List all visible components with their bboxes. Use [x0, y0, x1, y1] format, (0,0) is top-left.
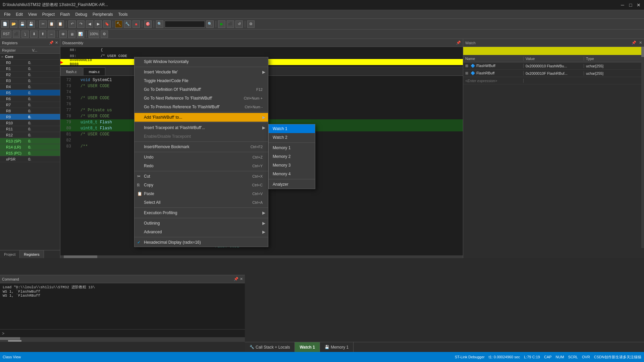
ctx-go-to-next-ref[interactable]: Go To Next Reference To 'FlashWBuff' Ctr…: [135, 94, 268, 103]
ctx-toggle-header[interactable]: Toggle Header/Code File: [135, 76, 268, 85]
subm-memory1[interactable]: Memory 1: [269, 143, 315, 152]
command-hscroll[interactable]: [0, 337, 245, 340]
reg-row-r10[interactable]: R10 0.: [0, 120, 60, 126]
reg-row-r14[interactable]: R14 (LR) 0.: [0, 144, 60, 150]
watch-expand-flashrbuff[interactable]: ⊞: [465, 71, 468, 75]
tb-save-all[interactable]: 💾: [28, 20, 35, 28]
tb2-watch[interactable]: 👁: [59, 31, 67, 38]
subm-analyzer[interactable]: Analyzer: [269, 180, 315, 189]
tb-target-options[interactable]: 🎯: [144, 20, 152, 28]
tab-project[interactable]: Project: [0, 250, 20, 258]
tb2-rst[interactable]: RST: [1, 31, 11, 38]
watch-row-flashwbuff[interactable]: ⊞ 🔷 FlashWBuff 0x20000010 FlashWBu... uc…: [463, 62, 644, 70]
ctx-advanced[interactable]: Advanced ▶: [135, 228, 268, 236]
menu-project[interactable]: Project: [40, 11, 57, 17]
watch-vscroll[interactable]: [641, 47, 644, 248]
btab-call-stack[interactable]: 🔧 Call Stack + Locals: [245, 342, 295, 352]
ctx-outlining[interactable]: Outlining ▶: [135, 219, 268, 228]
ctx-cut[interactable]: ✂ Cut Ctrl+X: [135, 172, 268, 181]
reg-expand-core[interactable]: −: [1, 55, 3, 59]
menu-view[interactable]: View: [25, 11, 40, 17]
reg-row-r2[interactable]: R2 0.: [0, 72, 60, 78]
reg-row-r1[interactable]: R1 0.: [0, 66, 60, 72]
menu-file[interactable]: File: [1, 11, 13, 17]
tab-registers[interactable]: Registers: [20, 250, 44, 258]
ctx-insert-include[interactable]: Insert '#include file' ▶: [135, 68, 268, 76]
ctx-execution-profiling[interactable]: Execution Profiling ▶: [135, 208, 268, 217]
reg-row-r6[interactable]: R6 0.: [0, 96, 60, 102]
reg-row-xpsr[interactable]: xPSR 0.: [0, 156, 60, 162]
reg-row-r5[interactable]: R5 0.: [0, 90, 60, 96]
tab-main-c[interactable]: main.c: [83, 67, 105, 75]
reg-row-r11[interactable]: R11 0.: [0, 126, 60, 132]
subm-memory4[interactable]: Memory 4: [269, 170, 315, 178]
tb2-run-to[interactable]: →: [48, 31, 55, 38]
command-pin-icon[interactable]: 📌: [234, 277, 238, 281]
menu-edit[interactable]: Edit: [13, 11, 25, 17]
btab-memory1[interactable]: 💾 Memory 1: [320, 342, 354, 352]
tb-stop[interactable]: ■: [132, 20, 140, 28]
subm-watch2[interactable]: Watch 2: [269, 133, 315, 142]
watch-pin-icon[interactable]: 📌: [632, 41, 636, 45]
tb-redo[interactable]: ↷: [77, 20, 85, 28]
tb-restart[interactable]: ↺: [235, 20, 243, 28]
btab-watch1[interactable]: Watch 1: [295, 342, 320, 352]
tb-bookmark[interactable]: 🔖: [103, 20, 111, 28]
reg-row-r0[interactable]: R0 0.: [0, 60, 60, 66]
tb2-step-over[interactable]: ⤵: [21, 31, 29, 38]
menu-tools[interactable]: Tools: [116, 11, 130, 17]
tb2-mem[interactable]: 🖥: [68, 31, 75, 38]
subm-memory2[interactable]: Memory 2: [269, 152, 315, 161]
reg-row-r13[interactable]: R13 (SP) 0.: [0, 138, 60, 144]
subm-memory3[interactable]: Memory 3: [269, 161, 315, 170]
reg-row-r8[interactable]: R8 0.: [0, 108, 60, 114]
tb-build[interactable]: 🔨: [115, 20, 122, 28]
command-input[interactable]: [6, 331, 243, 336]
tb-undo[interactable]: ↶: [68, 20, 76, 28]
ctx-redo[interactable]: Redo Ctrl+Y: [135, 162, 268, 170]
ctx-insert-bookmark[interactable]: Insert/Remove Bookmark Ctrl+F2: [135, 142, 268, 151]
ctx-copy[interactable]: ⎘ Copy Ctrl+C: [135, 181, 268, 189]
tb-forward[interactable]: ▶: [95, 20, 102, 28]
tb2-zoom[interactable]: 100%: [89, 31, 99, 38]
editor-hscroll[interactable]: [60, 255, 463, 258]
tb-open[interactable]: 📂: [10, 20, 17, 28]
tb-rebuild[interactable]: 🔧: [124, 20, 131, 28]
minimize-button[interactable]: ─: [620, 2, 625, 8]
menu-debug[interactable]: Debug: [73, 11, 90, 17]
menu-flash[interactable]: Flash: [57, 11, 72, 17]
command-input-row[interactable]: >: [0, 329, 245, 337]
reg-row-r9[interactable]: R9 0.: [0, 114, 60, 120]
registers-pin-icon[interactable]: 📌: [49, 41, 54, 45]
reg-row-r3[interactable]: R3 0.: [0, 78, 60, 84]
tb-new[interactable]: 📄: [1, 20, 9, 28]
tb-run[interactable]: ▶: [218, 20, 225, 28]
ctx-go-to-def[interactable]: Go To Definition Of 'FlashWBuff' F12: [135, 85, 268, 94]
tb2-step-into[interactable]: ⬇: [30, 31, 38, 38]
tb-settings[interactable]: ⚙: [247, 20, 255, 28]
editor-hscroll-thumb[interactable]: [64, 255, 97, 258]
watch-expand-flashwbuff[interactable]: ⊞: [465, 64, 468, 68]
tab-flash-c[interactable]: flash.c: [60, 67, 83, 75]
tb-stop-debug[interactable]: ⬛: [227, 20, 234, 28]
maximize-button[interactable]: □: [628, 2, 633, 8]
disassembly-pin-icon[interactable]: 📌: [456, 41, 461, 45]
ctx-hex-display[interactable]: ✓ Hexadecimal Display (radix=16): [135, 238, 268, 247]
reg-row-r4[interactable]: R4 0.: [0, 84, 60, 90]
tb-back[interactable]: ◀: [86, 20, 93, 28]
ctx-go-to-prev-ref[interactable]: Go To Previous Reference To 'FlashWBuff'…: [135, 103, 268, 111]
menu-peripherals[interactable]: Peripherals: [90, 11, 116, 17]
tb-save[interactable]: 💾: [19, 20, 26, 28]
subm-watch1[interactable]: Watch 1: [269, 124, 315, 133]
reg-row-r12[interactable]: R12 0.: [0, 132, 60, 138]
ctx-select-all[interactable]: Select All Ctrl+A: [135, 198, 268, 207]
ctx-add-to[interactable]: Add 'FlashWBuff' to... ▶: [135, 113, 268, 122]
tb-copy[interactable]: 📋: [48, 20, 55, 28]
tb2-regs[interactable]: 📊: [77, 31, 84, 38]
tb-find[interactable]: 🔍: [156, 20, 163, 28]
command-hscroll-thumb[interactable]: [0, 337, 20, 340]
watch-vscroll-thumb[interactable]: [641, 47, 644, 57]
reg-row-r15[interactable]: R15 (PC) 0.: [0, 150, 60, 156]
tb2-stop[interactable]: ⬛: [13, 31, 20, 38]
tb-cut[interactable]: ✂: [39, 20, 47, 28]
